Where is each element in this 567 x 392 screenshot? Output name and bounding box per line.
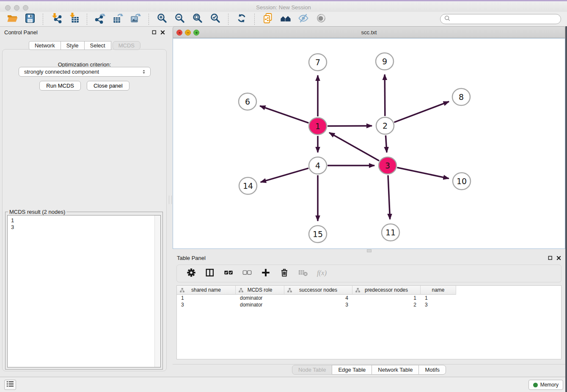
select-all-checks-button[interactable] — [222, 267, 235, 280]
open-session-icon — [7, 13, 18, 25]
tab-motifs[interactable]: Motifs — [418, 365, 446, 375]
export-image-button[interactable] — [129, 13, 142, 25]
open-session-button[interactable] — [6, 13, 19, 25]
column-label: predecessor nodes — [365, 287, 408, 293]
cell-predecessor-nodes[interactable]: 2 — [352, 302, 421, 308]
task-history-button[interactable] — [4, 380, 16, 390]
column-label: shared name — [191, 287, 221, 293]
zoom-in-button[interactable] — [156, 13, 168, 25]
export-table-button[interactable] — [112, 13, 124, 25]
refresh-view-button[interactable] — [235, 13, 248, 25]
search-icon — [444, 15, 451, 23]
table-body: 1dominator4113dominator323 — [177, 295, 561, 308]
graph-edge-3-1[interactable] — [329, 133, 379, 160]
tab-mcds[interactable]: MCDS — [113, 41, 140, 50]
criterion-dropdown[interactable]: strongly connected component — [19, 67, 151, 77]
column-header-predecessor-nodes[interactable]: predecessor nodes — [352, 286, 421, 295]
graph-node-label-3: 3 — [385, 161, 390, 170]
panel-splitter-handle[interactable] — [169, 196, 172, 204]
zoom-out-button[interactable] — [173, 13, 186, 25]
list-icon — [6, 381, 14, 389]
network-canvas[interactable]: 7968124314101511 — [173, 38, 565, 249]
graph-edge-1-2[interactable] — [328, 126, 372, 126]
cell-MCDS-role[interactable]: dominator — [236, 295, 284, 301]
horizontal-splitter[interactable] — [173, 249, 565, 252]
result-scrollbar[interactable] — [154, 215, 160, 367]
function-builder-button[interactable]: f(x) — [315, 267, 328, 280]
tab-style[interactable]: Style — [61, 41, 85, 50]
table-row[interactable]: 3dominator323 — [177, 301, 561, 308]
delete-column-button[interactable] — [278, 267, 291, 280]
network-window-titlebar[interactable]: scc.txt — [173, 26, 565, 38]
memory-button[interactable]: Memory — [528, 380, 563, 390]
column-header-shared-name[interactable]: shared name — [177, 286, 236, 295]
column-header-successor-nodes[interactable]: successor nodes — [284, 286, 352, 295]
float-table-panel-icon[interactable] — [548, 256, 553, 260]
tab-node-table[interactable]: Node Table — [292, 365, 333, 375]
save-session-button[interactable] — [24, 13, 36, 25]
cell-MCDS-role[interactable]: dominator — [236, 302, 284, 308]
hierarchy-icon — [355, 288, 360, 293]
splitter-grip[interactable] — [367, 249, 372, 252]
delete-table-button[interactable] — [297, 267, 309, 280]
graph-edge-2-8[interactable] — [394, 102, 449, 122]
add-column-button[interactable] — [259, 267, 272, 280]
cell-shared-name[interactable]: 3 — [177, 302, 236, 308]
graph-node-label-14: 14 — [243, 181, 253, 190]
toolbar-separator — [149, 14, 149, 25]
column-header-MCDS-role[interactable]: MCDS role — [236, 286, 284, 295]
graph-edge-3-11[interactable] — [388, 175, 390, 219]
mcds-result-text[interactable]: 13 — [7, 215, 161, 367]
graph-edge-2-3[interactable] — [385, 135, 387, 152]
table-row[interactable]: 1dominator411 — [177, 295, 561, 301]
hierarchy-icon — [180, 288, 184, 293]
run-mcds-button[interactable]: Run MCDS — [39, 81, 81, 91]
export-image-icon — [130, 13, 141, 25]
select-all-checks-icon — [223, 268, 234, 279]
close-panel-icon[interactable] — [160, 30, 165, 35]
tab-edge-table[interactable]: Edge Table — [332, 365, 372, 375]
network-graph[interactable]: 7968124314101511 — [173, 39, 565, 248]
import-network-button[interactable] — [50, 13, 63, 25]
float-panel-icon[interactable] — [152, 30, 157, 35]
zoom-selected-icon — [210, 13, 221, 25]
search-field[interactable] — [440, 14, 561, 24]
zoom-fit-button[interactable] — [191, 13, 204, 25]
show-neighbors-button[interactable] — [279, 13, 292, 25]
graph-edge-1-6[interactable] — [260, 106, 308, 123]
clone-network-icon — [262, 13, 273, 25]
column-header-name[interactable]: name — [421, 286, 456, 295]
cell-name[interactable]: 3 — [421, 302, 456, 308]
import-table-button[interactable] — [68, 13, 80, 25]
close-panel-button[interactable]: Close panel — [87, 81, 129, 91]
graph-edge-4-14[interactable] — [261, 168, 308, 182]
tab-network-table[interactable]: Network Table — [372, 365, 419, 375]
result-line: 3 — [11, 224, 160, 231]
clone-network-button[interactable] — [261, 13, 274, 25]
cell-successor-nodes[interactable]: 4 — [284, 295, 352, 301]
network-window-title: scc.txt — [173, 29, 565, 36]
tab-network[interactable]: Network — [29, 41, 61, 50]
cell-successor-nodes[interactable]: 3 — [284, 302, 352, 308]
gear-button[interactable] — [185, 267, 198, 280]
graph-node-label-11: 11 — [385, 228, 396, 237]
tab-select[interactable]: Select — [84, 41, 111, 50]
hide-selected-button[interactable] — [297, 13, 310, 25]
graph-edge-3-10[interactable] — [397, 168, 449, 179]
columns-button[interactable] — [204, 267, 216, 280]
hierarchy-icon — [287, 288, 292, 293]
search-input[interactable] — [452, 16, 557, 22]
network-view-window: scc.txt 7968124314101511 — [173, 26, 565, 249]
graph-edge-2-9[interactable] — [385, 75, 385, 116]
deselect-all-checks-button[interactable] — [241, 267, 253, 280]
svg-text:f(x): f(x) — [317, 269, 327, 277]
close-table-panel-icon[interactable] — [556, 256, 561, 260]
show-hidden-button[interactable] — [315, 13, 328, 25]
memory-label: Memory — [540, 382, 559, 388]
table-toolbar: f(x) — [176, 265, 561, 282]
cell-shared-name[interactable]: 1 — [177, 295, 236, 301]
cell-name[interactable]: 1 — [421, 295, 456, 301]
cell-predecessor-nodes[interactable]: 1 — [352, 295, 421, 301]
export-network-button[interactable] — [94, 13, 107, 25]
zoom-selected-button[interactable] — [209, 13, 222, 25]
